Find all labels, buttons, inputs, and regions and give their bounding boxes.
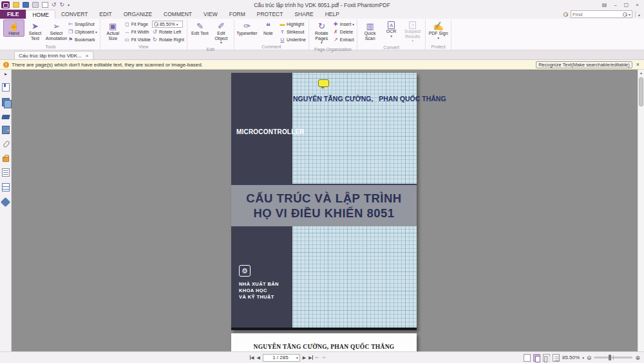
- find-options-caret-icon[interactable]: ▾: [629, 12, 630, 17]
- delete-pages-button[interactable]: ✗ Delete: [333, 28, 354, 35]
- zoom-level-caret-icon[interactable]: ▾: [582, 356, 584, 360]
- page-thumbnails-panel-icon[interactable]: [2, 98, 10, 106]
- minimize-icon[interactable]: –: [611, 1, 620, 9]
- search-icon[interactable]: [623, 12, 627, 17]
- fit-page-button[interactable]: ◻ Fit Page: [124, 21, 151, 28]
- tab-share[interactable]: SHARE: [289, 10, 319, 19]
- insert-pages-button[interactable]: ✚ Insert ▾: [333, 21, 354, 28]
- recognize-text-button[interactable]: Recognize Text(Make searchable/editable): [536, 61, 632, 68]
- find-box[interactable]: ▾: [571, 10, 632, 18]
- last-page-icon[interactable]: ▶: [308, 355, 312, 360]
- attachments-panel-icon[interactable]: [2, 126, 10, 134]
- zoom-slider-thumb[interactable]: [609, 355, 611, 360]
- ocr-button[interactable]: A OCR ▾: [381, 19, 402, 39]
- tab-file[interactable]: FILE: [0, 10, 26, 19]
- typewriter-icon: ✑: [243, 21, 251, 31]
- security-panel-icon[interactable]: [3, 157, 9, 162]
- bookmarks-panel-icon[interactable]: [2, 83, 10, 92]
- redo-icon[interactable]: ↻: [60, 2, 65, 8]
- edit-text-button[interactable]: ✎ Edit Text: [189, 19, 211, 37]
- print-icon[interactable]: [32, 2, 39, 8]
- zoom-combo[interactable]: 85.50% ▾: [152, 21, 184, 28]
- cover-bottom-strip: [231, 328, 417, 330]
- document-tab[interactable]: Cấu trúc lập trình họ VĐK... ×: [14, 51, 93, 59]
- tab-view[interactable]: VIEW: [198, 10, 223, 19]
- maximize-icon[interactable]: ▢: [621, 1, 631, 9]
- previous-page-icon[interactable]: ◀: [256, 355, 260, 360]
- find-input[interactable]: [573, 12, 621, 17]
- comments-panel-icon[interactable]: [1, 115, 10, 119]
- bookmark-button[interactable]: ⚑ Bookmark: [68, 36, 97, 43]
- pdf-sign-button[interactable]: ✍ PDF Sign ▾: [428, 19, 449, 41]
- page-number-input[interactable]: [265, 355, 296, 360]
- rotate-left-button[interactable]: ↺ Rotate Left: [152, 28, 184, 35]
- rotate-pages-button[interactable]: ↻ Rotate Pages ▾: [311, 19, 332, 46]
- email-icon[interactable]: [42, 2, 48, 8]
- open-icon[interactable]: [13, 2, 19, 8]
- scrollbar-thumb[interactable]: [639, 77, 643, 106]
- tab-protect[interactable]: PROTECT: [251, 10, 289, 19]
- zoom-percentage[interactable]: 85.50%: [562, 355, 580, 360]
- note-button[interactable]: ❝ Note: [258, 19, 279, 37]
- tab-edit[interactable]: EDIT: [93, 10, 117, 19]
- zoom-caret-icon[interactable]: ▾: [176, 23, 178, 26]
- zoom-slider[interactable]: [594, 357, 632, 358]
- extract-pages-button[interactable]: ↗ Extract: [333, 36, 354, 43]
- fit-visible-button[interactable]: ▭ Fit Visible: [124, 36, 151, 43]
- continuous-facing-view-icon[interactable]: [553, 354, 560, 362]
- paperclip-icon[interactable]: [3, 140, 10, 148]
- underline-button[interactable]: U Underline: [279, 36, 306, 43]
- typewriter-button[interactable]: ✑ Typewriter: [236, 19, 258, 37]
- tab-form[interactable]: FORM: [223, 10, 251, 19]
- document-canvas[interactable]: NGUYỄN TĂNG CƯỜNG, PHAN QUỐC THẮNG MICRO…: [12, 70, 638, 351]
- tab-comment[interactable]: COMMENT: [158, 10, 198, 19]
- tab-organize[interactable]: ORGANIZE: [118, 10, 158, 19]
- quick-scan-button[interactable]: ▥ Quick Scan: [359, 19, 381, 41]
- ribbon-group-tools: ☝ Hand ➤ Select Text ➢ Select Annotation…: [1, 19, 100, 50]
- actual-size-button[interactable]: ▣ Actual Size: [102, 19, 124, 41]
- publisher-block: ⚙ NHÀ XUẤT BẢN KHOA HỌC VÀ KỸ THUẬT: [239, 265, 279, 300]
- fields-panel-icon[interactable]: [2, 183, 10, 191]
- rotate-right-icon: ↻: [152, 37, 158, 43]
- tab-help[interactable]: HELP: [319, 10, 345, 19]
- next-page-icon[interactable]: ▶: [303, 355, 306, 360]
- ribbon-options-icon[interactable]: ▤: [600, 1, 609, 9]
- close-window-icon[interactable]: ×: [632, 1, 642, 9]
- first-page-icon[interactable]: ◀: [250, 355, 254, 360]
- page-list-caret-icon[interactable]: ▾: [296, 356, 298, 360]
- close-notification-icon[interactable]: ×: [636, 61, 639, 68]
- app-icon[interactable]: [1, 1, 10, 8]
- note-annotation-icon[interactable]: [318, 79, 329, 87]
- strikeout-button[interactable]: Ŧ Strikeout: [279, 28, 306, 35]
- customize-qat-caret-icon[interactable]: ▾: [68, 3, 70, 7]
- rotate-right-button[interactable]: ↻ Rotate Right: [152, 36, 184, 43]
- select-text-button[interactable]: ➤ Select Text: [24, 19, 46, 41]
- continuous-view-icon[interactable]: [533, 354, 540, 362]
- articles-panel-icon[interactable]: [1, 197, 11, 208]
- snapshot-button[interactable]: ✄ SnapShot: [68, 21, 97, 28]
- page-number-box[interactable]: ▾: [263, 354, 300, 362]
- tab-home[interactable]: HOME: [26, 10, 55, 19]
- zoom-in-icon[interactable]: ⊕: [635, 355, 640, 361]
- layers-panel-icon[interactable]: [2, 168, 10, 177]
- select-annotation-button[interactable]: ➢ Select Annotation: [46, 19, 67, 41]
- tab-convert[interactable]: CONVERT: [55, 10, 93, 19]
- undo-icon[interactable]: ↺: [52, 2, 57, 8]
- edit-object-button[interactable]: ✐ Edit Object ▾: [211, 19, 232, 46]
- vertical-scrollbar[interactable]: ▲: [638, 70, 644, 351]
- facing-view-icon[interactable]: [543, 354, 550, 362]
- save-icon[interactable]: [23, 2, 29, 8]
- scroll-up-icon[interactable]: ▲: [638, 70, 644, 76]
- collapse-ribbon-icon[interactable]: ▴: [638, 12, 640, 17]
- single-page-view-icon[interactable]: [524, 354, 531, 362]
- status-bar: ◀ ◀ ▾ ▶ ▶ ⇤ ⇥ 85.50% ▾ ⊖ ⊕: [0, 351, 644, 363]
- fit-width-button[interactable]: ↔ Fit Width: [124, 28, 151, 35]
- highlight-button[interactable]: ▬ Highlight: [279, 21, 306, 28]
- cover-title-line2: HỌ VI ĐIỀU KHIỂN 8051: [253, 206, 394, 221]
- zoom-out-icon[interactable]: ⊖: [587, 355, 592, 361]
- clipboard-button[interactable]: ❐ Clipboard ▾: [68, 28, 97, 35]
- find-tool-icon[interactable]: [564, 12, 568, 17]
- close-tab-icon[interactable]: ×: [86, 53, 89, 59]
- hand-tool-button[interactable]: ☝ Hand: [3, 19, 24, 37]
- panel-expand-arrow-icon[interactable]: ➤: [2, 72, 10, 77]
